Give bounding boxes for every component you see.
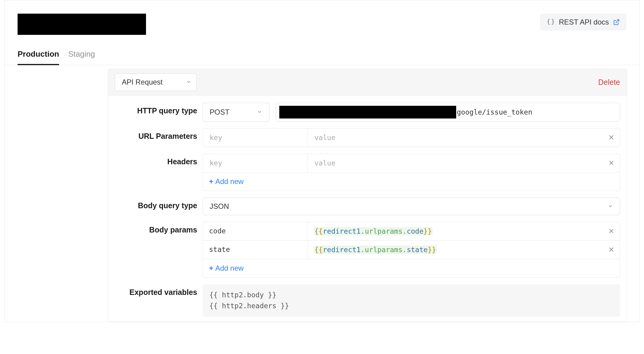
header-row: ✕ [203, 154, 620, 172]
url-suffix: google/issue_token [457, 108, 532, 116]
close-icon: ✕ [608, 159, 614, 167]
body-param-row: state {{redirect1.urlparams.state}} ✕ [203, 241, 620, 259]
exported-variables-box: {{ http2.body }} {{ http2.headers }} [203, 284, 620, 317]
braces-icon [547, 18, 555, 26]
headers-block: ✕ + Add new [203, 154, 620, 191]
plus-icon: + [209, 264, 215, 272]
page-header: REST API docs [5, 0, 639, 35]
chevron-down-icon [608, 202, 613, 211]
delete-button[interactable]: Delete [598, 78, 620, 87]
close-icon: ✕ [608, 133, 614, 142]
body-param-key-input[interactable]: state [203, 241, 308, 259]
exported-variable-line: {{ http2.headers }} [209, 301, 613, 312]
label-body-params: Body params [115, 222, 203, 234]
body-params-add-new-label: Add new [215, 264, 244, 272]
header-key-input[interactable] [209, 159, 301, 167]
url-param-row: ✕ [203, 129, 620, 147]
url-redacted-prefix [279, 106, 456, 119]
url-param-key-input[interactable] [209, 133, 301, 142]
row-body-params: Body params code {{redirect1.urlparams.c… [115, 222, 620, 278]
body-param-row: code {{redirect1.urlparams.code}} ✕ [203, 222, 620, 241]
tab-staging[interactable]: Staging [68, 49, 95, 65]
panel-header: API Request Delete [108, 69, 627, 95]
url-input[interactable]: google/issue_token [276, 103, 620, 122]
step-type-select[interactable]: API Request [115, 73, 197, 91]
body-param-key-input[interactable]: code [203, 222, 308, 240]
exported-variable-line: {{ http2.body }} [209, 290, 613, 301]
chevron-down-icon [186, 78, 191, 86]
label-http-query-type: HTTP query type [115, 103, 203, 115]
url-param-value-input[interactable] [314, 133, 597, 142]
http-method-value: POST [210, 108, 229, 116]
body-param-value-input[interactable]: {{redirect1.urlparams.state}} [308, 241, 603, 259]
close-icon: ✕ [608, 227, 614, 235]
label-url-parameters: URL Parameters [115, 128, 203, 141]
chevron-down-icon [257, 108, 262, 116]
close-icon: ✕ [608, 245, 614, 254]
body-query-type-select[interactable]: JSON [203, 198, 620, 215]
body-params-add-new-button[interactable]: + Add new [203, 259, 620, 277]
rest-api-docs-button[interactable]: REST API docs [540, 14, 626, 31]
docs-label: REST API docs [559, 18, 609, 26]
external-link-icon [613, 19, 620, 25]
header-value-input[interactable] [314, 159, 597, 167]
body-param-value-input[interactable]: {{redirect1.urlparams.code}} [308, 222, 603, 240]
headers-add-new-button[interactable]: + Add new [203, 172, 620, 191]
url-param-remove-button[interactable]: ✕ [603, 129, 620, 147]
label-exported-variables: Exported variables [115, 284, 203, 297]
url-parameters-block: ✕ [203, 128, 620, 147]
header-remove-button[interactable]: ✕ [603, 154, 620, 172]
page-title-redacted [18, 14, 146, 35]
label-body-query-type: Body query type [115, 198, 203, 210]
body-params-block: code {{redirect1.urlparams.code}} ✕ stat… [203, 222, 620, 278]
svg-line-0 [616, 20, 619, 23]
body-param-remove-button[interactable]: ✕ [603, 222, 620, 240]
plus-icon: + [209, 177, 215, 185]
row-headers: Headers ✕ + Add new [115, 154, 620, 191]
body-query-type-value: JSON [210, 202, 229, 211]
row-body-query-type: Body query type JSON [115, 198, 620, 215]
row-exported-variables: Exported variables {{ http2.body }} {{ h… [115, 284, 620, 317]
tab-production[interactable]: Production [18, 49, 59, 65]
label-headers: Headers [115, 154, 203, 166]
env-tabs: Production Staging [5, 35, 639, 65]
body-param-remove-button[interactable]: ✕ [603, 241, 620, 259]
row-http-query-type: HTTP query type POST google/issue_token [115, 103, 620, 122]
row-url-parameters: URL Parameters ✕ [115, 128, 620, 147]
http-method-select[interactable]: POST [203, 103, 269, 122]
step-type-value: API Request [122, 78, 163, 86]
headers-add-new-label: Add new [215, 177, 244, 185]
api-request-panel: API Request Delete HTTP query type POST [108, 69, 627, 322]
